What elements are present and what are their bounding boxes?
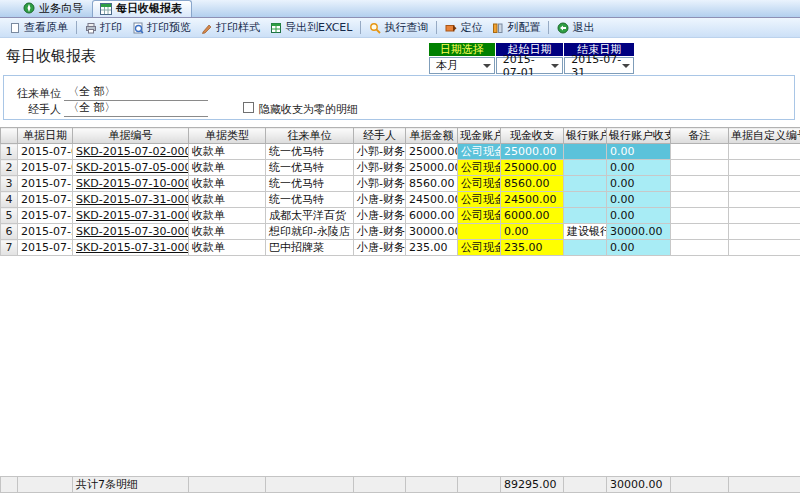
cell-num[interactable]: 2: [1, 160, 18, 176]
cell-custom_no[interactable]: [729, 192, 800, 208]
print-button[interactable]: 打印: [80, 18, 127, 37]
column-header-num[interactable]: [1, 128, 18, 144]
cell-handler[interactable]: 小唐-财务: [354, 224, 406, 240]
cell-remark[interactable]: [671, 224, 729, 240]
cell-bank_flow[interactable]: 0.00: [607, 144, 671, 160]
column-header-cash_flow[interactable]: 现金收支: [501, 128, 564, 144]
partner-field[interactable]: 〈全 部〉: [64, 84, 208, 101]
cell-doc_no[interactable]: SKD-2015-07-30-0002: [73, 224, 189, 240]
cell-partner[interactable]: 统一优马特: [266, 160, 354, 176]
cell-cash_account[interactable]: 公司现金: [458, 160, 501, 176]
view-original-doc-button[interactable]: 查看原单: [4, 18, 73, 37]
cell-handler[interactable]: 小郭-财务: [354, 144, 406, 160]
start-date-select[interactable]: 2015-07-01: [496, 57, 564, 74]
cell-cash_account[interactable]: 公司现金: [458, 240, 501, 256]
cell-amount[interactable]: 6000.00: [406, 208, 458, 224]
cell-bank_account[interactable]: [564, 192, 607, 208]
cell-bank_account[interactable]: 建设银行: [564, 224, 607, 240]
cell-type[interactable]: 收款单: [189, 224, 266, 240]
cell-bank_flow[interactable]: 0.00: [607, 192, 671, 208]
cell-partner[interactable]: 想印就印-永陵店: [266, 224, 354, 240]
cell-handler[interactable]: 小郭-财务: [354, 176, 406, 192]
cell-handler[interactable]: 小唐-财务: [354, 240, 406, 256]
cell-date[interactable]: 2015-07-31: [18, 240, 73, 256]
column-header-custom_no[interactable]: 单据自定义编号: [729, 128, 800, 144]
cell-bank_account[interactable]: [564, 176, 607, 192]
run-query-button[interactable]: 执行查询: [364, 18, 433, 37]
cell-partner[interactable]: 成都太平洋百货: [266, 208, 354, 224]
cell-custom_no[interactable]: [729, 208, 800, 224]
cell-partner[interactable]: 统一优马特: [266, 176, 354, 192]
cell-num[interactable]: 6: [1, 224, 18, 240]
column-header-amount[interactable]: 单据金额: [406, 128, 458, 144]
cell-doc_no[interactable]: SKD-2015-07-31-0001: [73, 192, 189, 208]
cell-handler[interactable]: 小唐-财务: [354, 192, 406, 208]
cell-bank_account[interactable]: [564, 160, 607, 176]
cell-bank_account[interactable]: [564, 144, 607, 160]
column-header-date[interactable]: 单据日期: [18, 128, 73, 144]
export-excel-button[interactable]: 导出到EXCEL: [265, 18, 357, 37]
tab-business-wizard[interactable]: 业务向导: [16, 0, 92, 17]
column-header-type[interactable]: 单据类型: [189, 128, 266, 144]
date-range-select[interactable]: 本月: [429, 57, 495, 74]
cell-bank_account[interactable]: [564, 240, 607, 256]
cell-num[interactable]: 5: [1, 208, 18, 224]
end-date-select[interactable]: 2015-07-31: [564, 57, 634, 74]
cell-doc_no[interactable]: SKD-2015-07-10-0001: [73, 176, 189, 192]
cell-cash_account[interactable]: 公司现金: [458, 144, 501, 160]
cell-amount[interactable]: 25000.00: [406, 160, 458, 176]
cell-bank_flow[interactable]: 30000.00: [607, 224, 671, 240]
cell-bank_flow[interactable]: 0.00: [607, 176, 671, 192]
cell-cash_account[interactable]: 公司现金: [458, 176, 501, 192]
column-header-partner[interactable]: 往来单位: [266, 128, 354, 144]
cell-cash_flow[interactable]: 8560.00: [501, 176, 564, 192]
cell-cash_account[interactable]: [458, 224, 501, 240]
cell-custom_no[interactable]: [729, 176, 800, 192]
column-header-doc_no[interactable]: 单据编号: [73, 128, 189, 144]
cell-type[interactable]: 收款单: [189, 160, 266, 176]
cell-num[interactable]: 3: [1, 176, 18, 192]
cell-amount[interactable]: 24500.00: [406, 192, 458, 208]
cell-cash_account[interactable]: 公司现金: [458, 192, 501, 208]
cell-type[interactable]: 收款单: [189, 208, 266, 224]
cell-remark[interactable]: [671, 192, 729, 208]
cell-doc_no[interactable]: SKD-2015-07-31-0003: [73, 208, 189, 224]
cell-remark[interactable]: [671, 240, 729, 256]
exit-button[interactable]: 退出: [552, 18, 599, 37]
cell-date[interactable]: 2015-07-31: [18, 208, 73, 224]
cell-partner[interactable]: 巴中招牌菜: [266, 240, 354, 256]
column-header-bank_flow[interactable]: 银行账户收支: [607, 128, 671, 144]
cell-date[interactable]: 2015-07-31: [18, 192, 73, 208]
cell-custom_no[interactable]: [729, 240, 800, 256]
cell-num[interactable]: 1: [1, 144, 18, 160]
cell-bank_flow[interactable]: 0.00: [607, 208, 671, 224]
cell-partner[interactable]: 统一优马特: [266, 144, 354, 160]
cell-date[interactable]: 2015-07-05: [18, 160, 73, 176]
cell-partner[interactable]: 统一优马特: [266, 192, 354, 208]
column-header-handler[interactable]: 经手人: [354, 128, 406, 144]
cell-num[interactable]: 4: [1, 192, 18, 208]
cell-bank_account[interactable]: [564, 208, 607, 224]
cell-handler[interactable]: 小唐-财务: [354, 208, 406, 224]
cell-amount[interactable]: 235.00: [406, 240, 458, 256]
cell-custom_no[interactable]: [729, 144, 800, 160]
cell-date[interactable]: 2015-07-10: [18, 176, 73, 192]
cell-date[interactable]: 2015-07-30: [18, 224, 73, 240]
cell-type[interactable]: 收款单: [189, 192, 266, 208]
cell-cash_flow[interactable]: 25000.00: [501, 144, 564, 160]
cell-cash_account[interactable]: 公司现金: [458, 208, 501, 224]
cell-amount[interactable]: 25000.00: [406, 144, 458, 160]
cell-doc_no[interactable]: SKD-2015-07-02-0001: [73, 144, 189, 160]
cell-cash_flow[interactable]: 0.00: [501, 224, 564, 240]
cell-doc_no[interactable]: SKD-2015-07-05-0001: [73, 160, 189, 176]
cell-type[interactable]: 收款单: [189, 144, 266, 160]
hide-zero-checkbox[interactable]: [243, 102, 254, 113]
cell-bank_flow[interactable]: 0.00: [607, 160, 671, 176]
print-preview-button[interactable]: 打印预览: [127, 18, 196, 37]
cell-custom_no[interactable]: [729, 224, 800, 240]
cell-doc_no[interactable]: SKD-2015-07-31-0002: [73, 240, 189, 256]
column-header-remark[interactable]: 备注: [671, 128, 729, 144]
cell-cash_flow[interactable]: 235.00: [501, 240, 564, 256]
column-config-button[interactable]: 列配置: [487, 18, 545, 37]
cell-remark[interactable]: [671, 160, 729, 176]
